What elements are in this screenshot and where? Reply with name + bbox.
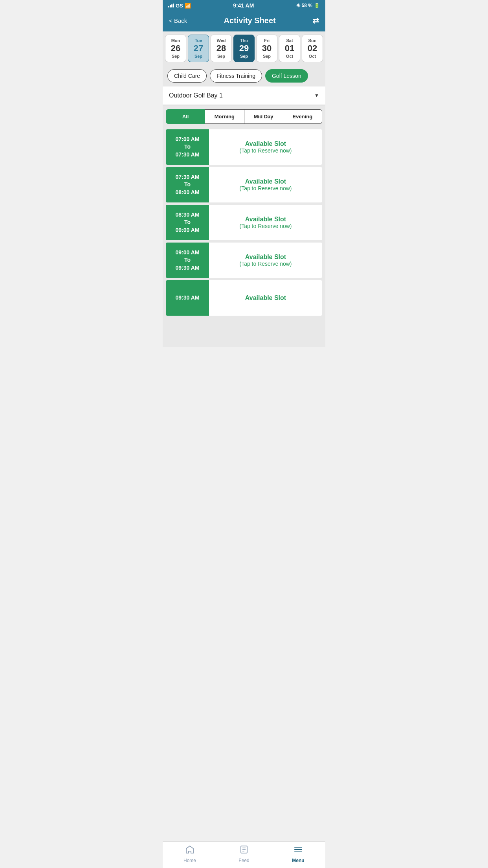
slot-row-slot-1: 07:00 AMTo07:30 AMAvailable Slot(Tap to …: [166, 129, 322, 165]
day-name: Fri: [258, 38, 275, 43]
slot-content[interactable]: Available Slot(Tap to Reserve now): [209, 167, 322, 202]
time-btn-all[interactable]: All: [166, 109, 205, 124]
slot-content[interactable]: Available Slot(Tap to Reserve now): [209, 243, 322, 278]
slot-time-label: 07:00 AMTo07:30 AM: [166, 129, 209, 165]
day-number: 26: [167, 44, 184, 53]
status-time: 9:41 AM: [233, 2, 254, 9]
swap-icon[interactable]: ⇄: [312, 16, 319, 25]
slot-row-slot-2: 07:30 AMTo08:00 AMAvailable Slot(Tap to …: [166, 167, 322, 202]
activity-btn-golf-lesson[interactable]: Golf Lesson: [265, 69, 308, 83]
venue-dropdown[interactable]: Outdoor Golf Bay 1 ▼: [163, 86, 325, 105]
slot-content[interactable]: Available Slot(Tap to Reserve now): [209, 129, 322, 165]
day-name: Mon: [167, 38, 184, 43]
slot-tap-label: (Tap to Reserve now): [239, 185, 292, 191]
carrier-label: GS: [176, 3, 183, 9]
slot-content[interactable]: Available Slot: [209, 280, 322, 316]
time-filters: AllMorningMid DayEvening: [163, 105, 325, 128]
time-btn-mid-day[interactable]: Mid Day: [244, 109, 283, 124]
slot-available-label: Available Slot: [245, 254, 286, 261]
slot-available-label: Available Slot: [245, 216, 286, 223]
calendar-row: Mon 26 Sep Tue 27 Sep Wed 28 Sep Thu 29 …: [163, 31, 325, 65]
activity-btn-fitness-training[interactable]: Fitness Training: [210, 69, 262, 83]
dropdown-arrow-icon: ▼: [314, 93, 319, 98]
day-number: 30: [258, 44, 275, 53]
slot-row-slot-3: 08:30 AMTo09:00 AMAvailable Slot(Tap to …: [166, 205, 322, 240]
battery-label: 58 %: [302, 3, 312, 8]
day-name: Thu: [235, 38, 253, 43]
day-month: Oct: [304, 54, 321, 59]
day-name: Sun: [304, 38, 321, 43]
day-month: Sep: [167, 54, 184, 59]
activity-btn-child-care[interactable]: Child Care: [167, 69, 207, 83]
day-month: Sep: [258, 54, 275, 59]
status-bar: GS 📶 9:41 AM ✷ 58 % 🔋: [163, 0, 325, 11]
time-btn-evening[interactable]: Evening: [283, 109, 322, 124]
status-left: GS 📶: [168, 3, 191, 9]
day-number: 28: [213, 44, 230, 53]
slot-available-label: Available Slot: [245, 178, 286, 185]
slot-tap-label: (Tap to Reserve now): [239, 147, 292, 154]
slot-time-label: 08:30 AMTo09:00 AM: [166, 205, 209, 240]
slot-content[interactable]: Available Slot(Tap to Reserve now): [209, 205, 322, 240]
activity-filters: Child CareFitness TrainingGolf Lesson: [163, 65, 325, 86]
slot-time-label: 09:30 AM: [166, 280, 209, 316]
slot-time-label: 09:00 AMTo09:30 AM: [166, 243, 209, 278]
slot-time-label: 07:30 AMTo08:00 AM: [166, 167, 209, 202]
day-name: Wed: [213, 38, 230, 43]
battery-icon: 🔋: [314, 3, 320, 8]
slot-row-slot-5: 09:30 AMAvailable Slot: [166, 280, 322, 316]
signal-icon: [168, 4, 174, 7]
day-month: Sep: [190, 54, 207, 59]
day-number: 27: [190, 44, 207, 53]
day-number: 02: [304, 44, 321, 53]
page-title: Activity Sheet: [224, 16, 276, 25]
slot-available-label: Available Slot: [245, 294, 286, 302]
status-right: ✷ 58 % 🔋: [296, 3, 320, 8]
app-header: < Back Activity Sheet ⇄: [163, 11, 325, 31]
slot-row-slot-4: 09:00 AMTo09:30 AMAvailable Slot(Tap to …: [166, 243, 322, 278]
slot-available-label: Available Slot: [245, 140, 286, 147]
slot-tap-label: (Tap to Reserve now): [239, 261, 292, 267]
calendar-day-fri30[interactable]: Fri 30 Sep: [256, 35, 277, 62]
calendar-day-sat01[interactable]: Sat 01 Oct: [279, 35, 300, 62]
calendar-day-sun02[interactable]: Sun 02 Oct: [302, 35, 323, 62]
venue-label: Outdoor Golf Bay 1: [169, 92, 223, 99]
day-number: 29: [235, 44, 253, 53]
slot-list: 07:00 AMTo07:30 AMAvailable Slot(Tap to …: [163, 128, 325, 347]
day-number: 01: [281, 44, 298, 53]
calendar-day-mon26[interactable]: Mon 26 Sep: [165, 35, 186, 62]
day-month: Sep: [235, 54, 253, 59]
calendar-day-tue27[interactable]: Tue 27 Sep: [188, 35, 209, 62]
bluetooth-icon: ✷: [296, 3, 300, 8]
back-button[interactable]: < Back: [169, 17, 187, 24]
day-month: Sep: [213, 54, 230, 59]
wifi-icon: 📶: [185, 3, 191, 9]
calendar-day-thu29[interactable]: Thu 29 Sep: [233, 35, 255, 62]
day-name: Tue: [190, 38, 207, 43]
time-btn-morning[interactable]: Morning: [205, 109, 244, 124]
slot-tap-label: (Tap to Reserve now): [239, 223, 292, 229]
day-month: Oct: [281, 54, 298, 59]
day-name: Sat: [281, 38, 298, 43]
calendar-day-wed28[interactable]: Wed 28 Sep: [211, 35, 232, 62]
